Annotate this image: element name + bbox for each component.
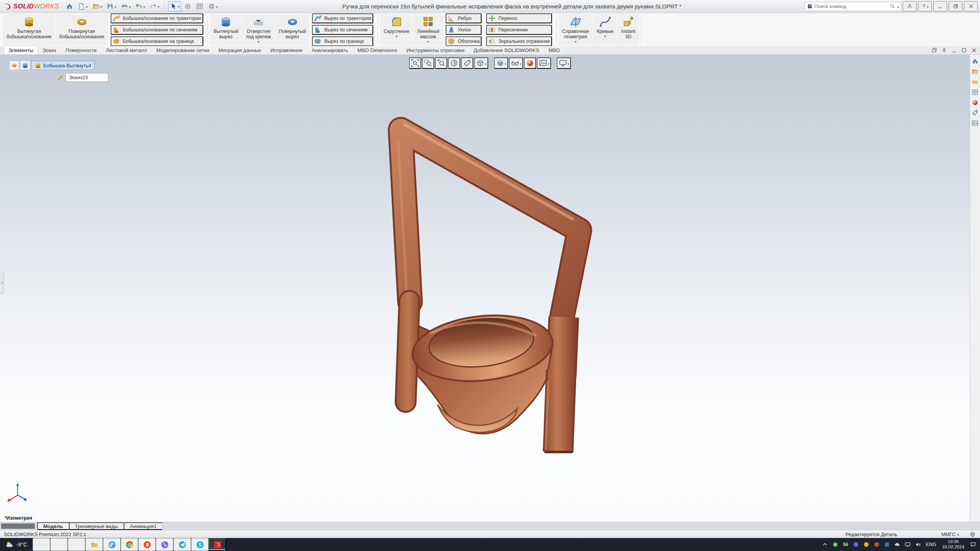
breadcrumb-sketch-chip[interactable]: Эскиз23 <box>65 73 108 82</box>
boundary-boss-button[interactable]: Бобышка/основание на границе <box>111 36 203 46</box>
home-button[interactable] <box>64 1 75 11</box>
feature-manager-splitter[interactable]: ◂ <box>0 272 4 294</box>
print-button[interactable] <box>119 1 132 11</box>
options-button[interactable] <box>206 1 219 11</box>
update-tray-icon[interactable] <box>863 541 869 548</box>
lofted-boss-button[interactable]: Бобышка/основание по сечениям <box>111 25 203 35</box>
app-tray-icon[interactable] <box>884 541 890 548</box>
minimize-document-icon[interactable] <box>951 47 957 53</box>
draft-button[interactable]: Уклон <box>446 25 482 35</box>
reference-geometry-button[interactable]: Справочнаягеометрия ▾ <box>559 14 593 45</box>
telegram-button[interactable] <box>173 538 191 551</box>
display-style-button[interactable] <box>494 57 508 69</box>
breadcrumb-feature-chip[interactable]: Бобышка-Вытянуть4 <box>31 61 95 70</box>
pin-commandmanager-icon[interactable] <box>941 47 947 53</box>
onedrive-tray-icon[interactable] <box>894 541 900 548</box>
intersect-button[interactable]: Пересечение <box>486 25 552 35</box>
edit-appearance-button[interactable] <box>524 57 536 69</box>
section-view-button[interactable] <box>448 57 460 69</box>
temp-badge[interactable]: 56 <box>842 541 849 548</box>
move-face-button[interactable]: Перенос <box>486 13 552 23</box>
alert-tray-icon[interactable] <box>873 541 880 548</box>
tray-expand-button[interactable] <box>822 541 828 548</box>
breadcrumb-body-chip[interactable] <box>20 61 30 70</box>
restore-document-icon[interactable] <box>961 47 967 53</box>
tab-features[interactable]: Элементы <box>4 46 38 54</box>
notifications-button[interactable] <box>970 541 976 548</box>
revolved-boss-button[interactable]: Повернутаябобышка/основание <box>56 14 108 45</box>
tab-mbd[interactable]: MBD <box>544 46 565 54</box>
tab-3d-views[interactable]: Трехмерные виды <box>69 522 124 530</box>
curves-button[interactable]: Кривые ▾ <box>593 14 617 45</box>
tab-surfaces[interactable]: Поверхности <box>61 46 101 54</box>
open-button[interactable] <box>91 1 104 11</box>
login-button[interactable] <box>903 1 916 11</box>
language-indicator[interactable]: ENG <box>925 542 937 547</box>
tab-sketch[interactable]: Эскиз <box>38 46 61 54</box>
undo-button[interactable] <box>134 1 147 11</box>
save-button[interactable] <box>105 1 118 11</box>
taskbar-clock[interactable]: 19:36 16.02.2024 <box>941 539 966 550</box>
extruded-boss-button[interactable]: Вытянутаябобышка/основание <box>3 14 55 45</box>
graphics-viewport[interactable]: Бобышка-Вытянуть4 Эскиз23 ◂ <box>0 55 980 522</box>
boundary-cut-button[interactable]: Вырез по границе <box>312 36 373 46</box>
forum-icon[interactable] <box>972 120 978 127</box>
model-3d-part[interactable] <box>0 55 980 522</box>
chrome-browser-button[interactable] <box>121 538 138 551</box>
skype-button[interactable]: S <box>191 538 209 551</box>
new-document-button[interactable] <box>76 1 89 11</box>
hole-wizard-button[interactable]: Отверстиепод крепеж ▾ <box>242 14 274 45</box>
hide-show-items-button[interactable] <box>509 57 523 69</box>
resources-home-icon[interactable] <box>972 58 978 65</box>
search-dropdown-caret-icon[interactable] <box>897 3 899 10</box>
solidworks-app-button[interactable] <box>209 538 226 551</box>
custom-properties-icon[interactable] <box>972 109 978 116</box>
task-view-button[interactable] <box>68 538 85 551</box>
edge-browser-button[interactable] <box>103 538 121 551</box>
command-search-input[interactable] <box>814 3 888 9</box>
breadcrumb-part-chip[interactable] <box>9 61 19 70</box>
close-document-icon[interactable] <box>971 47 977 53</box>
design-library-icon[interactable] <box>972 68 978 75</box>
table-button[interactable] <box>194 1 205 11</box>
taskbar-search-button[interactable] <box>50 538 68 551</box>
selection-filter-button[interactable] <box>183 1 193 11</box>
file-explorer-pane-icon[interactable] <box>972 78 978 85</box>
shell-button[interactable]: Оболочка <box>446 36 482 46</box>
tab-render-tools[interactable]: Инструменты отрисовки <box>402 46 469 54</box>
minimize-window-button[interactable] <box>933 1 947 11</box>
tab-mbd-dimensions[interactable]: MBD Dimensions <box>353 46 402 54</box>
weather-widget[interactable]: -8°C <box>0 538 33 551</box>
zoom-area-button[interactable] <box>422 57 434 69</box>
view-settings-button[interactable] <box>557 57 571 69</box>
instant3d-button[interactable]: Instant3D <box>617 14 639 45</box>
start-button[interactable] <box>33 538 50 551</box>
annotations-button[interactable] <box>461 57 473 69</box>
display-tray-icon[interactable] <box>904 541 911 548</box>
zoom-fit-button[interactable] <box>409 57 421 69</box>
viber-tray-icon[interactable] <box>853 541 859 548</box>
view-palette-icon[interactable] <box>972 89 978 96</box>
extruded-cut-button[interactable]: Вытянутыйвырез <box>210 14 242 45</box>
appearances-icon[interactable] <box>972 99 978 106</box>
select-tool-button[interactable] <box>168 1 181 11</box>
command-search-box[interactable] <box>805 2 901 11</box>
close-window-button[interactable] <box>964 1 978 11</box>
view-orientation-button[interactable] <box>474 57 488 69</box>
viber-button[interactable] <box>156 538 173 551</box>
undock-commandmanager-icon[interactable] <box>931 47 937 53</box>
tab-mesh-modeling[interactable]: Моделирование сетки <box>152 46 214 54</box>
units-selector[interactable]: ММГС <box>941 531 959 537</box>
antivirus-tray-icon[interactable] <box>832 541 838 548</box>
tab-direct-editing[interactable]: Исправление <box>266 46 307 54</box>
tab-model[interactable]: Модель <box>37 522 69 530</box>
swept-boss-button[interactable]: Бобышка/основание по траектории <box>111 13 203 23</box>
restore-window-button[interactable] <box>949 1 962 11</box>
lofted-cut-button[interactable]: Вырез по сечениям <box>312 25 373 35</box>
previous-view-button[interactable] <box>435 57 447 69</box>
volume-tray-icon[interactable] <box>915 541 921 548</box>
rib-button[interactable]: Ребро <box>446 13 482 23</box>
fillet-button[interactable]: Скругление ▾ <box>380 14 413 45</box>
revolved-cut-button[interactable]: Повернутыйвырез <box>275 14 309 45</box>
tab-evaluate[interactable]: Анализировать <box>307 46 353 54</box>
